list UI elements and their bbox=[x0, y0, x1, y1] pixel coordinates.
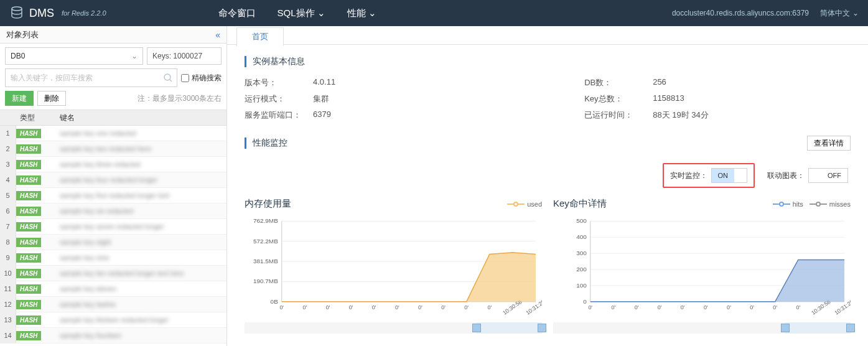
svg-line-2 bbox=[170, 80, 172, 82]
sidebar: 对象列表 « DB0 ⌄ Keys: 1000027 输入关键字，按回车搜索 精… bbox=[0, 26, 227, 346]
svg-point-0 bbox=[12, 7, 22, 11]
connection-info: doccluster40.redis.rds.aliyuncs.com:6379 bbox=[672, 9, 809, 17]
chevron-down-icon: ⌄ bbox=[368, 7, 376, 19]
svg-point-4 bbox=[514, 202, 518, 206]
db-select[interactable]: DB0 ⌄ bbox=[5, 47, 143, 65]
nav-perf[interactable]: 性能⌄ bbox=[347, 7, 376, 19]
svg-text:0': 0' bbox=[612, 304, 616, 311]
brand-icon bbox=[9, 5, 24, 22]
chart1-canvas: 0B190.7MB381.5MB572.2MB762.9MB0'0'0'0'0'… bbox=[245, 215, 542, 320]
svg-point-30 bbox=[780, 202, 783, 206]
chevron-down-icon: ⌄ bbox=[131, 52, 138, 60]
table-header: 类型 键名 bbox=[0, 110, 226, 126]
sidebar-header: 对象列表 « bbox=[0, 26, 226, 44]
svg-text:0': 0' bbox=[727, 304, 731, 311]
svg-text:0': 0' bbox=[441, 304, 446, 311]
info-db-label: DB数： bbox=[584, 77, 653, 88]
chart2-title: Key命中详情 bbox=[553, 198, 607, 210]
brand-title: DMS bbox=[29, 7, 54, 20]
delete-button[interactable]: 删除 bbox=[37, 91, 66, 106]
app-header: DMS for Redis 2.2.0 命令窗口 SQL操作⌄ 性能⌄ docc… bbox=[0, 0, 868, 26]
table-row[interactable]: 11 HASH sample key eleven bbox=[0, 281, 226, 297]
table-row[interactable]: 1 HASH sample key one redacted bbox=[0, 126, 226, 141]
svg-text:762.9MB: 762.9MB bbox=[253, 217, 278, 224]
view-detail-button[interactable]: 查看详情 bbox=[807, 136, 851, 151]
table-row[interactable]: 7 HASH sample key seven redacted longer bbox=[0, 219, 226, 235]
svg-text:0': 0' bbox=[279, 304, 284, 311]
info-uptime-label: 已运行时间： bbox=[584, 110, 653, 121]
section-basic-info: 实例基本信息 bbox=[245, 56, 851, 67]
svg-text:0': 0' bbox=[395, 304, 399, 311]
table-row[interactable]: 4 HASH sample key four redacted longer bbox=[0, 172, 226, 188]
svg-text:0': 0' bbox=[750, 304, 754, 311]
exact-search-checkbox[interactable]: 精确搜索 bbox=[181, 73, 222, 83]
table-row[interactable]: 8 HASH sample key eight bbox=[0, 235, 226, 250]
brand: DMS for Redis 2.2.0 bbox=[9, 5, 106, 22]
chevron-down-icon: ⌄ bbox=[852, 9, 859, 17]
search-input[interactable]: 输入关键字，按回车搜索 bbox=[5, 68, 177, 87]
svg-text:400: 400 bbox=[576, 233, 587, 240]
chart2-slider[interactable] bbox=[553, 322, 851, 334]
info-version-value: 4.0.11 bbox=[313, 77, 335, 88]
column-name: 键名 bbox=[54, 113, 226, 123]
note-text: 注：最多显示3000条左右 bbox=[138, 93, 222, 104]
collapse-icon[interactable]: « bbox=[215, 30, 220, 40]
chart-key-hits: Key命中详情 hits misses 01002003004005000'0'… bbox=[553, 198, 851, 334]
nav-sql[interactable]: SQL操作⌄ bbox=[278, 7, 325, 19]
chart2-canvas: 01002003004005000'0'0'0'0'0'0'0'0'0'10:3… bbox=[553, 215, 851, 320]
chart1-legend: used bbox=[507, 200, 542, 208]
content: 首页 实例基本信息 版本号：4.0.11 运行模式：集群 服务监听端口：6379… bbox=[227, 26, 868, 346]
svg-text:0': 0' bbox=[773, 304, 777, 311]
language-select[interactable]: 简体中文⌄ bbox=[820, 8, 859, 19]
svg-text:0': 0' bbox=[588, 304, 592, 311]
svg-text:0: 0 bbox=[583, 298, 587, 305]
table-row[interactable]: 13 HASH sample key thirteen redacted lon… bbox=[0, 312, 226, 328]
section-performance: 性能监控 bbox=[245, 138, 287, 149]
svg-text:0': 0' bbox=[487, 304, 492, 311]
table-row[interactable]: 14 HASH sample key fourteen bbox=[0, 328, 226, 344]
info-port-label: 服务监听端口： bbox=[245, 110, 313, 121]
brand-subtitle: for Redis 2.2.0 bbox=[62, 9, 106, 17]
chart-memory-usage: 内存使用量 used 0B190.7MB381.5MB572.2MB762.9M… bbox=[245, 198, 542, 334]
info-uptime-value: 88天 19时 34分 bbox=[653, 110, 709, 121]
table-row[interactable]: 12 HASH sample key twelve bbox=[0, 297, 226, 312]
nav-cmd[interactable]: 命令窗口 bbox=[218, 7, 256, 19]
info-mode-label: 运行模式： bbox=[245, 93, 313, 105]
info-keys-label: Key总数： bbox=[584, 93, 653, 105]
info-grid: 版本号：4.0.11 运行模式：集群 服务监听端口：6379 DB数：256 K… bbox=[245, 77, 851, 121]
table-row[interactable]: 9 HASH sample key nine bbox=[0, 250, 226, 266]
info-db-value: 256 bbox=[653, 77, 666, 88]
table-row[interactable]: 6 HASH sample key six redacted bbox=[0, 203, 226, 219]
svg-point-32 bbox=[816, 202, 820, 206]
realtime-monitor-highlight: 实时监控： ON bbox=[663, 163, 755, 188]
svg-text:0': 0' bbox=[326, 304, 330, 311]
table-row[interactable]: 10 HASH sample key ten redacted longer t… bbox=[0, 266, 226, 281]
svg-point-1 bbox=[164, 74, 170, 80]
svg-text:0': 0' bbox=[349, 304, 353, 311]
svg-text:200: 200 bbox=[576, 266, 587, 273]
realtime-toggle[interactable]: ON bbox=[711, 168, 748, 183]
svg-text:300: 300 bbox=[576, 250, 587, 256]
table-row[interactable]: 2 HASH sample key two redacted here bbox=[0, 141, 226, 157]
info-port-value: 6379 bbox=[313, 110, 331, 121]
linked-chart-label: 联动图表： bbox=[767, 171, 805, 181]
new-button[interactable]: 新建 bbox=[5, 91, 34, 106]
chart1-slider[interactable] bbox=[245, 322, 542, 334]
search-icon bbox=[163, 73, 173, 83]
tab-home[interactable]: 首页 bbox=[236, 27, 284, 46]
svg-text:500: 500 bbox=[576, 217, 587, 224]
keys-count: Keys: 1000027 bbox=[147, 47, 222, 65]
table-row[interactable]: 3 HASH sample key three redacted bbox=[0, 157, 226, 172]
svg-text:381.5MB: 381.5MB bbox=[253, 258, 278, 264]
svg-text:0': 0' bbox=[372, 304, 376, 311]
svg-text:0': 0' bbox=[635, 304, 639, 311]
column-type: 类型 bbox=[16, 113, 54, 123]
svg-text:572.2MB: 572.2MB bbox=[253, 238, 278, 245]
svg-text:0': 0' bbox=[681, 304, 685, 311]
linked-toggle[interactable]: OFF bbox=[808, 168, 848, 183]
sidebar-title: 对象列表 bbox=[6, 29, 39, 40]
table-row[interactable]: 5 HASH sample key five redacted longer t… bbox=[0, 188, 226, 203]
realtime-label: 实时监控： bbox=[670, 171, 707, 181]
info-keys-value: 1158813 bbox=[653, 93, 684, 105]
svg-text:0': 0' bbox=[464, 304, 469, 311]
